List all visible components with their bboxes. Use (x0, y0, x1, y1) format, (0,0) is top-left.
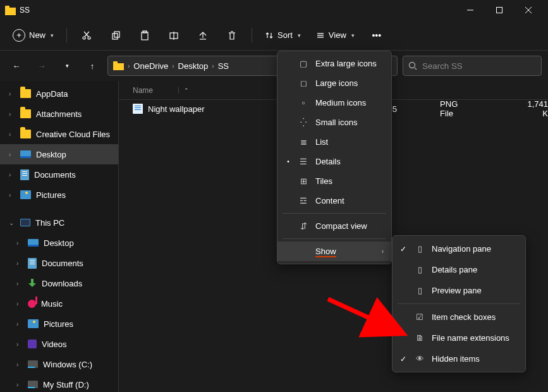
sidebar-item[interactable]: › Desktop (0, 144, 118, 164)
menu-divider (283, 213, 386, 214)
svg-rect-10 (113, 34, 118, 39)
chevron-right-icon: › (382, 248, 384, 255)
svg-rect-22 (113, 61, 118, 64)
sort-button[interactable]: Sort ▾ (259, 27, 307, 44)
chevron-down-recent-icon[interactable]: ▾ (57, 63, 77, 69)
menu-item[interactable]: ✓ 👁 Hidden items (393, 348, 525, 369)
sort-label: Sort (277, 30, 293, 40)
menu-item[interactable]: • ☰ Details (277, 152, 391, 171)
sidebar-item[interactable]: › Desktop (0, 233, 118, 253)
menu-item[interactable]: ⁛ Small icons (277, 113, 391, 132)
doc-icon (28, 258, 37, 269)
menu-item-label: Item check boxes (432, 312, 496, 322)
cut-button[interactable] (73, 24, 100, 47)
menu-item[interactable]: ≣ List (277, 132, 391, 152)
sort-icon (265, 31, 274, 40)
svg-line-8 (85, 32, 89, 37)
menu-item-label: Small icons (315, 118, 357, 127)
up-button[interactable]: ↑ (82, 61, 102, 71)
folder-icon (20, 109, 31, 118)
sidebar-item[interactable]: › Pictures (0, 314, 118, 334)
new-button[interactable]: + New ▾ (6, 25, 60, 46)
chevron-right-icon: › (16, 240, 23, 247)
search-input[interactable] (422, 61, 536, 71)
folder-icon (5, 6, 16, 15)
menu-divider (283, 238, 386, 239)
search-icon (408, 61, 417, 70)
sidebar-item-label: Windows (C:) (43, 360, 92, 369)
share-button[interactable] (190, 24, 216, 47)
sidebar-item[interactable]: › AppData (0, 83, 118, 104)
sidebar-item[interactable]: › Documents (0, 164, 118, 185)
option-icon: 👁 (414, 354, 425, 364)
divider (66, 28, 67, 43)
menu-item-label: Details (315, 157, 341, 166)
divider (252, 28, 252, 43)
drive-icon (28, 360, 38, 368)
down-icon (28, 279, 37, 288)
rename-button[interactable] (161, 24, 187, 47)
close-button[interactable] (514, 0, 543, 20)
sidebar-item[interactable]: › Music (0, 293, 118, 314)
column-name[interactable]: Name (133, 86, 153, 95)
more-button[interactable]: ••• (363, 24, 390, 47)
menu-item[interactable]: ⊞ Tiles (277, 171, 391, 191)
file-type: PNG File (397, 99, 470, 118)
menu-item[interactable]: ▯ Preview pane (393, 280, 525, 301)
forward-button[interactable]: → (32, 61, 52, 71)
sidebar-item[interactable]: › Attachments (0, 104, 118, 124)
doc-icon (20, 169, 29, 180)
menu-item[interactable]: 🗎 File name extensions (393, 328, 525, 348)
breadcrumb-segment[interactable]: OneDrive (133, 61, 168, 71)
breadcrumb-segment[interactable]: Desktop (178, 61, 209, 71)
svg-point-23 (410, 63, 415, 68)
window-controls (456, 0, 543, 20)
menu-divider (398, 303, 520, 304)
copy-button[interactable] (102, 24, 129, 47)
sidebar-item-label: This PC (35, 218, 64, 228)
sidebar-item-label: Documents (42, 259, 83, 268)
breadcrumb-segment[interactable]: SS (218, 61, 229, 71)
menu-item-compact-view[interactable]: ⇵ Compact view (277, 216, 391, 236)
maximize-button[interactable] (485, 0, 514, 20)
menu-item-label: Compact view (315, 221, 367, 231)
sidebar-this-pc[interactable]: ⌄ This PC (0, 212, 118, 233)
sidebar-item[interactable]: › Videos (0, 334, 118, 354)
window-title: SS (20, 6, 30, 15)
menu-item[interactable]: ☑ Item check boxes (393, 307, 525, 328)
chevron-right-icon: › (128, 63, 130, 70)
sidebar-item[interactable]: › Downloads (0, 273, 118, 293)
minimize-button[interactable] (456, 0, 485, 20)
sidebar-item-label: Desktop (36, 150, 66, 159)
back-button[interactable]: ← (6, 61, 27, 71)
sidebar-item-label: AppData (36, 89, 68, 99)
search-box[interactable] (403, 56, 542, 76)
show-submenu: ✓ ▯ Navigation pane ▯ Details pane ▯ Pre… (392, 235, 526, 372)
sidebar-item[interactable]: › Windows (C:) (0, 354, 118, 374)
menu-item-show[interactable]: Show › (277, 242, 391, 261)
option-icon: ☑ (414, 312, 425, 322)
sidebar-item[interactable]: › Documents (0, 253, 118, 273)
menu-item[interactable]: ▢ Extra large icons (277, 54, 391, 73)
music-icon (28, 300, 36, 308)
menu-item[interactable]: ◻ Large icons (277, 73, 391, 93)
view-mode-icon: ≣ (298, 137, 309, 147)
sidebar-item-label: Attachments (36, 109, 82, 119)
delete-button[interactable] (219, 24, 245, 47)
menu-item-label: File name extensions (432, 333, 509, 343)
sidebar-item[interactable]: › Creative Cloud Files (0, 124, 118, 144)
sidebar-item-label: Creative Cloud Files (36, 130, 110, 139)
menu-item[interactable]: ▫ Medium icons (277, 93, 391, 113)
new-label: New (29, 30, 46, 40)
view-mode-icon: ▢ (298, 59, 309, 68)
menu-item[interactable]: ☲ Content (277, 191, 391, 211)
sidebar-item[interactable]: › Pictures (0, 185, 118, 205)
paste-button[interactable] (131, 24, 158, 47)
chevron-right-icon: › (9, 90, 15, 97)
menu-item[interactable]: ✓ ▯ Navigation pane (393, 238, 525, 259)
view-button[interactable]: View ▾ (310, 27, 361, 44)
chevron-down-icon: ▾ (298, 32, 301, 39)
menu-item[interactable]: ▯ Details pane (393, 259, 525, 280)
sidebar-item-label: My Stuff (D:) (43, 380, 89, 389)
sidebar-item[interactable]: › My Stuff (D:) (0, 374, 118, 392)
